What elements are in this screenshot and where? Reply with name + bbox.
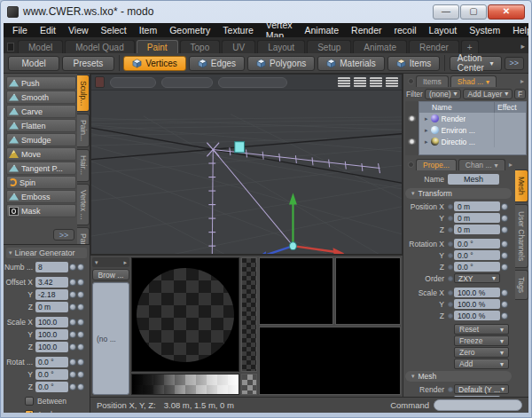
eye-toggle[interactable] [77,371,84,378]
lg-scale-y-field[interactable]: 100.0 [35,329,68,340]
mini-slider-knob[interactable] [69,319,76,326]
menu-geometry[interactable]: Geometry [163,25,216,35]
eye-toggle[interactable] [501,215,508,222]
menu-help[interactable]: Help [506,25,528,35]
position-x-field[interactable]: 0 m [454,201,500,211]
transform-section-header[interactable]: ▾ Transform [405,188,512,199]
rotation-z-field[interactable]: 0.0 ° [454,262,500,272]
eye-toggle[interactable] [77,279,84,286]
eye-toggle[interactable] [77,359,84,366]
panel-dot-icon[interactable] [408,78,414,84]
command-input[interactable] [434,399,522,411]
menu-item[interactable]: Item [133,25,163,35]
filter-dropdown[interactable]: (none) ▾ [425,89,462,99]
viewport-dropdown-2[interactable] [161,77,213,88]
twirl-icon[interactable]: ▸ [425,115,428,122]
between-checkbox[interactable] [25,397,34,406]
viewport-dropdown-3[interactable] [218,77,287,88]
channel-dot[interactable] [448,253,453,258]
mode-edges-button[interactable]: Edges [189,56,245,71]
lg-offset-z-field[interactable]: 0 m [35,302,68,312]
channel-dot[interactable] [448,227,453,233]
tab-shader[interactable]: Shad ... ▾ [450,75,497,87]
channel-dot[interactable] [448,204,453,209]
eye-toggle[interactable] [501,301,508,308]
tab-animate[interactable]: Animate [353,40,407,53]
preview-cell-3[interactable] [259,327,401,395]
order-dropdown[interactable]: ZXY▾ [454,273,500,283]
twirl-icon[interactable]: ▸ [425,138,428,146]
eye-toggle[interactable] [77,331,84,338]
freeze-button[interactable]: Freeze▾ [454,335,509,346]
lg-rotate-z-field[interactable]: 0.0 ° [35,382,68,392]
add-button[interactable]: Add▾ [454,359,509,369]
tool-mask[interactable]: Mask [6,204,76,217]
3d-viewport[interactable] [90,74,403,255]
tab-add[interactable]: + [461,40,479,53]
mini-slider-knob[interactable] [69,291,76,298]
mode-items-button[interactable]: Items [387,56,440,71]
tab-model-quad[interactable]: Model Quad [65,40,134,53]
viewport-menu-icon[interactable] [386,77,398,87]
channel-dot[interactable] [448,216,453,221]
mini-slider-knob[interactable] [69,359,76,366]
linear-generator-header[interactable]: ▾ Linear Generator [6,248,87,258]
vtab-vertex[interactable]: Vertex ... [77,184,90,226]
panel-scroll-right-icon[interactable]: ▸ [520,77,524,85]
tree-row-render[interactable]: ▸Render [419,113,526,124]
tool-tangent-pinch[interactable]: Tangent P... [6,162,76,175]
tool-smooth[interactable]: Smooth [6,91,76,104]
tool-smudge[interactable]: Smudge [6,133,76,146]
eye-toggle[interactable] [501,203,508,210]
channel-dot[interactable] [448,241,453,247]
vtab-hair[interactable]: Hair... [77,149,90,181]
menu-file[interactable]: File [6,25,34,35]
menu-texture[interactable]: Texture [216,25,259,35]
channel-dot[interactable] [448,264,453,270]
toolbar-overflow-button[interactable]: >> [505,57,525,70]
position-z-field[interactable]: 0 m [454,225,500,234]
rotation-x-field[interactable]: 0.0 ° [454,239,500,248]
panel-dot-icon[interactable] [408,162,414,168]
menu-select[interactable]: Select [95,25,133,35]
tool-flatten[interactable]: Flatten [6,119,76,132]
mode-vertices-button[interactable]: Vertices [123,56,186,71]
menu-animate[interactable]: Animate [299,25,346,35]
close-button[interactable]: ✕ [488,4,525,20]
mesh-section-header[interactable]: ▾ Mesh [405,371,512,382]
tool-carve[interactable]: Carve [6,105,76,118]
maximize-button[interactable]: ▢ [460,4,487,20]
tab-scroll-right-icon[interactable]: ▸ [520,42,525,53]
viewport-menu-icon[interactable] [338,77,350,87]
model-button[interactable]: Model [8,56,59,71]
minimize-button[interactable]: — [433,4,459,20]
mode-materials-button[interactable]: Materials [317,56,385,71]
mini-slider-knob[interactable] [69,331,76,338]
channel-dot[interactable] [448,290,453,296]
brush-preview[interactable] [131,257,239,372]
menu-recoil[interactable]: recoil [388,25,423,35]
name-field[interactable]: Mesh [448,174,499,185]
eye-toggle[interactable] [77,291,84,298]
filter-f-button[interactable]: F [514,89,526,99]
position-y-field[interactable]: 0 m [454,213,500,223]
channel-dot[interactable] [448,276,453,281]
zero-button[interactable]: Zero▾ [454,347,509,358]
tab-overflow-left-icon[interactable] [7,43,14,51]
viewport-menu-icon[interactable] [370,77,382,87]
viewport-mode-swatch[interactable] [95,76,105,88]
vtab-paint[interactable]: Pain... [77,114,90,147]
vtab-sculpt[interactable]: Sculp... [77,75,90,112]
menu-layout[interactable]: Layout [423,25,464,35]
preview-cell-2[interactable] [335,257,401,325]
mini-slider-knob[interactable] [69,343,76,351]
mini-slider-knob[interactable] [69,383,76,390]
tool-move[interactable]: Move [6,147,76,161]
scale-x-field[interactable]: 100.0 % [454,288,500,297]
stab-tags[interactable]: Tags [515,270,528,300]
lg-scale-z-field[interactable]: 100.0 [35,342,68,352]
viewport-dropdown-1[interactable] [110,77,156,88]
eye-toggle[interactable] [501,226,508,233]
eye-toggle[interactable] [77,383,84,390]
eye-toggle[interactable] [77,304,84,311]
